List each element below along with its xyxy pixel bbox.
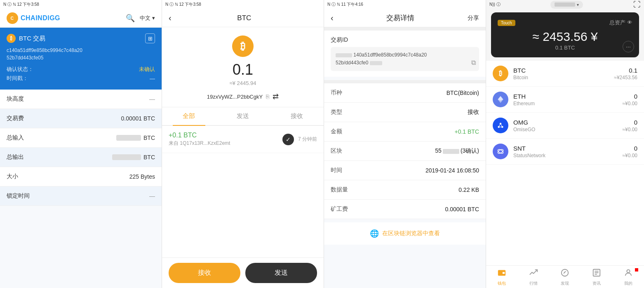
total-balance-amount: ≈ 2453.56 ¥ xyxy=(498,30,632,44)
height-value: — xyxy=(149,96,155,102)
address-row: 19zxVyWZ...P2bbCgkY ⎘ ⇄ xyxy=(207,92,279,101)
eth-fullname: Ethereum xyxy=(513,101,617,106)
chaindigg-logo-text: CHAINDIGG xyxy=(21,14,60,22)
btc-fiat-value: ≈¥2453.56 xyxy=(614,75,637,80)
eth-amount-value: 0 xyxy=(622,93,637,100)
transaction-tabs: 全部 发送 接收 xyxy=(162,107,324,126)
tx-time: 7 分钟前 xyxy=(298,136,317,143)
p3-content: 交易ID 140a51dff9e858bc9994c7c48a20 52b/dd… xyxy=(324,27,486,288)
locktime-key: 锁定时间 xyxy=(7,192,30,200)
tab-all[interactable]: 全部 xyxy=(162,107,216,125)
transaction-card: ₿ BTC 交易 ⊞ c140a51dff9e858bc9994c7c48a20… xyxy=(0,28,162,90)
tab-receive[interactable]: 接收 xyxy=(270,107,324,125)
globe-icon: 🌐 xyxy=(370,229,379,238)
chaindigg-logo-icon: C xyxy=(7,12,18,24)
tx-title-row: ₿ BTC 交易 ⊞ xyxy=(7,33,155,43)
btc-badge: ₿ xyxy=(7,34,16,43)
send-button[interactable]: 发送 xyxy=(245,263,317,283)
coin-item-omg[interactable]: OMG OmiseGO 0 ≈¥0.00 xyxy=(486,113,644,139)
btc-info: BTC Bitcoin xyxy=(513,67,609,80)
tx-hash: c140a51dff9e858bc9994c7c48a20 52b7dd443c… xyxy=(7,47,155,61)
omg-icon xyxy=(493,118,508,133)
eth-balance: 0 ≈¥0.00 xyxy=(622,93,637,106)
detail-row-fee: 交易费 0.00001 BTC xyxy=(0,109,162,128)
eth-fiat-value: ≈¥0.00 xyxy=(622,101,637,106)
tab-wallet[interactable]: 钱包 xyxy=(486,268,518,286)
tab-market[interactable]: 行情 xyxy=(518,268,550,286)
wallet-tab-label: 钱包 xyxy=(498,281,506,286)
snt-name: SNT xyxy=(513,145,617,152)
back-button-2[interactable]: ‹ xyxy=(169,13,172,23)
btc-fiat: ≈¥ 2445.94 xyxy=(230,80,256,86)
btc-icon: ₿ xyxy=(493,66,508,81)
tx-id-copy-icon[interactable]: ⧉ xyxy=(471,57,476,68)
btc-amount: 0.1 xyxy=(233,61,253,78)
discover-tab-label: 发现 xyxy=(561,281,569,286)
svg-text:C: C xyxy=(11,16,14,21)
p1-header: C CHAINDIGG 🔍 中文 ▾ xyxy=(0,9,162,28)
output-value: BTC xyxy=(143,154,155,161)
tab-news[interactable]: 资讯 xyxy=(581,268,613,286)
panel-main-wallet: N)) ⓘ ▾ ⛶ Touch 总资产 👁 ≈ 2453.56 ¥ 0.1 BT… xyxy=(486,0,644,288)
btc-fullname: Bitcoin xyxy=(513,75,609,80)
copy-icon[interactable]: ⊞ xyxy=(145,33,155,43)
wallet-selector[interactable]: ▾ xyxy=(550,1,583,9)
p3-row-time: 时间 2019-01-24 16:08:50 xyxy=(324,161,486,180)
omg-fullname: OmiseGO xyxy=(513,127,617,132)
eth-name: ETH xyxy=(513,93,617,100)
wallet-tab-icon xyxy=(497,268,506,279)
profile-tab-icon xyxy=(624,268,633,279)
tx-title: BTC 交易 xyxy=(19,35,45,42)
receive-button[interactable]: 接收 xyxy=(169,263,240,283)
coin-item-btc[interactable]: ₿ BTC Bitcoin 0.1 ≈¥2453.56 xyxy=(486,61,644,87)
omg-balance: 0 ≈¥0.00 xyxy=(622,119,637,132)
omg-fiat-value: ≈¥0.00 xyxy=(622,127,637,132)
tx-check-icon: ✓ xyxy=(282,134,294,145)
status-key: 确认状态： xyxy=(7,66,33,73)
wallet-footer: 接收 发送 xyxy=(162,257,324,288)
p3-row-minerfee: 矿工费 0.00001 BTC xyxy=(324,200,486,219)
detail-section: 块高度 — 交易费 0.00001 BTC 总输入 BTC 总输出 BTC 大小… xyxy=(0,90,162,288)
tx-info: +0.1 BTC 来自 1Q17x13R...KzxE2emt xyxy=(169,132,278,147)
more-options-button[interactable]: ··· xyxy=(623,41,634,52)
share-button[interactable]: 分享 xyxy=(468,14,479,22)
tx-id-label: 交易ID xyxy=(331,36,479,44)
tab-discover[interactable]: 发现 xyxy=(549,268,581,286)
status-bar-2: N ⓘ ℕ 12 下午3:58 xyxy=(162,0,324,9)
tab-profile[interactable]: 我的 xyxy=(612,268,644,286)
detail-row-input: 总输入 BTC xyxy=(0,128,162,148)
market-tab-icon xyxy=(529,268,538,279)
input-value: BTC xyxy=(143,135,155,141)
p3-row-block: 区块 55(3确认) xyxy=(324,142,486,161)
status-bar-1: N ⓘ ℕ 12 下午3:58 xyxy=(0,0,162,9)
chevron-down-icon: ▾ xyxy=(577,2,579,7)
back-button-3[interactable]: ‹ xyxy=(331,13,334,23)
tab-send[interactable]: 发送 xyxy=(216,107,270,125)
svg-point-21 xyxy=(627,270,630,273)
coin-item-snt[interactable]: SNT StatusNetwork 0 ≈¥0.00 xyxy=(486,139,644,165)
transaction-item[interactable]: +0.1 BTC 来自 1Q17x13R...KzxE2emt ✓ 7 分钟前 xyxy=(162,126,324,153)
coin-item-eth[interactable]: ETH Ethereum 0 ≈¥0.00 xyxy=(486,87,644,113)
locktime-value: — xyxy=(149,193,155,199)
output-key: 总输出 xyxy=(7,153,24,161)
status-text-4: N)) ⓘ xyxy=(489,2,501,7)
detail-row-locktime: 锁定时间 — xyxy=(0,186,162,206)
switch-icon[interactable]: ⇄ xyxy=(273,92,279,101)
p2-header: ‹ BTC xyxy=(162,9,324,27)
blockchain-explorer-link[interactable]: 🌐 在区块链浏览器中查看 xyxy=(324,222,486,245)
tx-time-row: 时间戳： — xyxy=(7,75,155,82)
copy-address-icon[interactable]: ⎘ xyxy=(266,93,269,100)
language-selector[interactable]: 中文 ▾ xyxy=(140,14,155,22)
tx-id-value: 140a51dff9e858bc9994c7c48a20 52b/dd443cf… xyxy=(331,47,479,71)
tx-from: 来自 1Q17x13R...KzxE2emt xyxy=(169,140,278,147)
status-text-3: N ⓘ ℕ 11 下午4:16 xyxy=(327,2,363,7)
snt-info: SNT StatusNetwork xyxy=(513,145,617,158)
size-key: 大小 xyxy=(7,173,18,180)
fullscreen-icon[interactable]: ⛶ xyxy=(633,0,641,9)
search-icon[interactable]: 🔍 xyxy=(126,14,135,23)
touch-badge: Touch xyxy=(498,20,515,26)
detail-row-output: 总输出 BTC xyxy=(0,148,162,167)
time-value: — xyxy=(150,76,155,82)
panel-btc-wallet: N ⓘ ℕ 12 下午3:58 ‹ BTC ₿ 0.1 ≈¥ 2445.94 1… xyxy=(162,0,324,288)
omg-name: OMG xyxy=(513,119,617,126)
